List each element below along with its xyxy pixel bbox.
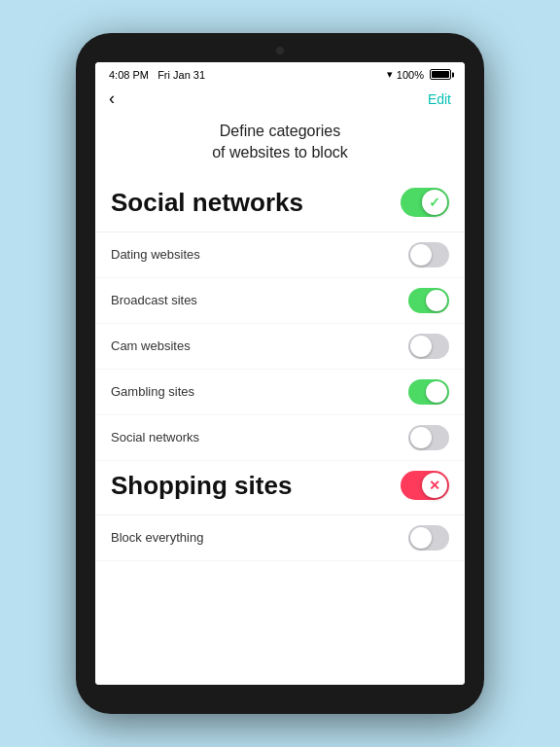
toggle-knob: [410, 527, 432, 549]
toggle-track-social[interactable]: ✓: [401, 188, 449, 217]
back-button[interactable]: ‹: [109, 89, 115, 109]
tablet-device: 4:08 PM Fri Jan 31 ▾ 100% ‹ Edit Define …: [76, 33, 484, 714]
toggle-knob: [410, 244, 432, 266]
toggle-knob: [426, 381, 447, 403]
status-date: Fri Jan 31: [158, 69, 205, 81]
status-right: ▾ 100%: [387, 68, 451, 81]
page-title: Define categories of websites to block: [115, 121, 445, 164]
status-bar: 4:08 PM Fri Jan 31 ▾ 100%: [95, 62, 465, 85]
sub-items-shopping: Block everything: [95, 515, 465, 561]
content-area: Social networks ✓ Dating websites: [95, 178, 465, 685]
toggle-track-shopping[interactable]: ✕: [401, 471, 449, 500]
status-time-date: 4:08 PM Fri Jan 31: [109, 69, 205, 81]
toggle-block-everything[interactable]: [408, 525, 449, 551]
status-time: 4:08 PM: [109, 69, 149, 81]
sub-item-label: Social networks: [111, 430, 199, 445]
section-shopping-title: Shopping sites: [111, 471, 292, 501]
list-item: Cam websites: [95, 324, 465, 370]
list-item: Dating websites: [95, 232, 465, 278]
page-header: Define categories of websites to block: [95, 115, 465, 178]
wifi-icon: ▾: [387, 68, 393, 81]
toggle-dating[interactable]: [408, 242, 449, 267]
camera: [276, 47, 284, 54]
toggle-cam[interactable]: [408, 334, 449, 359]
list-item: Social networks: [95, 415, 465, 461]
battery-label: 100%: [397, 69, 424, 81]
checkmark-icon: ✓: [429, 195, 440, 210]
section-social-toggle[interactable]: ✓: [401, 188, 449, 217]
sub-item-label: Dating websites: [111, 247, 200, 262]
toggle-knob-social: ✓: [422, 190, 447, 215]
toggle-broadcast[interactable]: [408, 288, 449, 313]
sub-item-label: Broadcast sites: [111, 293, 197, 307]
sub-item-label: Gambling sites: [111, 384, 194, 399]
x-icon: ✕: [429, 478, 440, 493]
section-shopping: Shopping sites ✕: [95, 461, 465, 515]
sub-item-label: Cam websites: [111, 338, 191, 353]
edit-button[interactable]: Edit: [428, 91, 451, 107]
section-shopping-toggle[interactable]: ✕: [401, 471, 449, 500]
section-social-title: Social networks: [111, 188, 303, 218]
toggle-gambling[interactable]: [408, 379, 449, 405]
sub-item-label: Block everything: [111, 530, 203, 545]
section-social: Social networks ✓: [95, 178, 465, 231]
toggle-knob: [410, 336, 432, 357]
sub-items-social: Dating websites Broadcast sites Cam webs…: [95, 231, 465, 461]
nav-bar: ‹ Edit: [95, 85, 465, 115]
list-item: Block everything: [95, 516, 465, 561]
toggle-social-sub[interactable]: [408, 425, 449, 450]
list-item: Gambling sites: [95, 370, 465, 415]
battery-icon: [430, 69, 451, 80]
screen: 4:08 PM Fri Jan 31 ▾ 100% ‹ Edit Define …: [95, 62, 465, 685]
section-social-header: Social networks ✓: [111, 188, 449, 218]
toggle-knob: [426, 290, 447, 311]
section-shopping-header: Shopping sites ✕: [111, 471, 449, 501]
toggle-knob-shopping: ✕: [422, 473, 447, 498]
list-item: Broadcast sites: [95, 278, 465, 324]
toggle-knob: [410, 427, 432, 448]
